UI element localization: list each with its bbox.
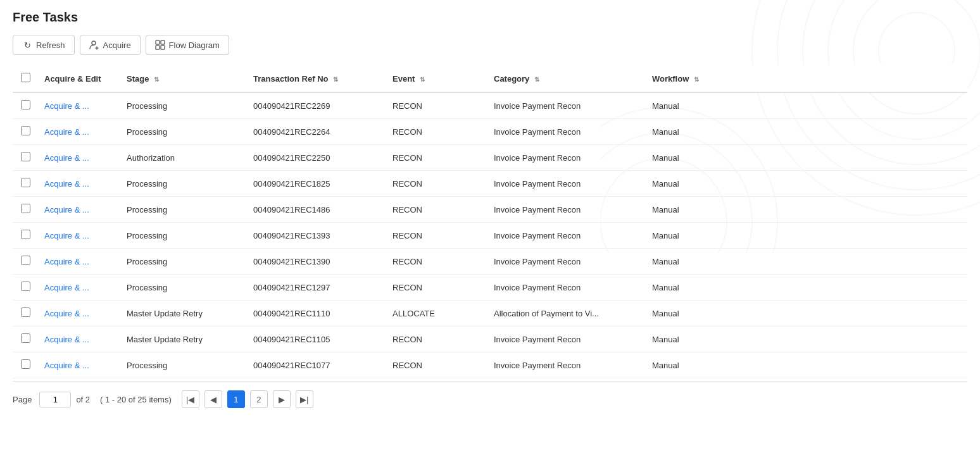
col-header-acquire: Acquire & Edit: [38, 65, 120, 92]
row-checkbox[interactable]: [21, 359, 30, 369]
row-workflow-cell: Manual: [646, 275, 967, 301]
acquire-edit-link[interactable]: Acquire & ...: [44, 205, 89, 214]
row-txref-cell: 004090421REC1393: [247, 223, 386, 249]
acquire-icon: [89, 40, 99, 50]
page-number-2[interactable]: 2: [250, 390, 268, 408]
page-input[interactable]: [39, 392, 71, 407]
row-checkbox[interactable]: [21, 282, 30, 291]
row-workflow-cell: Manual: [646, 171, 967, 197]
first-page-button[interactable]: |◀: [182, 390, 199, 408]
row-checkbox[interactable]: [21, 256, 30, 265]
acquire-edit-link[interactable]: Acquire & ...: [44, 179, 89, 189]
svg-rect-10: [156, 40, 160, 44]
next-page-icon: ▶: [279, 395, 285, 404]
row-category-cell: Invoice Payment Recon: [487, 326, 646, 352]
svg-rect-13: [161, 46, 165, 49]
table-body: Acquire & ... Processing 004090421REC226…: [13, 92, 967, 378]
row-event-cell: RECON: [386, 197, 487, 223]
table-row: Acquire & ... Processing 004090421REC226…: [13, 119, 967, 145]
acquire-edit-link[interactable]: Acquire & ...: [44, 231, 89, 240]
row-category-cell: Invoice Payment Recon: [487, 119, 646, 145]
page-number-1[interactable]: 1: [227, 390, 245, 408]
row-workflow-cell: Manual: [646, 301, 967, 326]
row-txref-cell: 004090421REC1390: [247, 249, 386, 275]
acquire-button[interactable]: Acquire: [80, 35, 141, 55]
row-event-cell: RECON: [386, 352, 487, 378]
row-checkbox[interactable]: [21, 152, 30, 161]
row-stage-cell: Processing: [120, 92, 247, 119]
next-page-button[interactable]: ▶: [273, 390, 291, 408]
row-stage-cell: Processing: [120, 275, 247, 301]
row-stage-cell: Master Update Retry: [120, 326, 247, 352]
acquire-edit-link[interactable]: Acquire & ...: [44, 127, 89, 137]
col-header-category[interactable]: Category ⇅: [487, 65, 646, 92]
row-acquire-cell: Acquire & ...: [38, 249, 120, 275]
page-title: Free Tasks: [13, 10, 967, 25]
acquire-edit-link[interactable]: Acquire & ...: [44, 361, 89, 370]
row-event-cell: RECON: [386, 92, 487, 119]
acquire-edit-link[interactable]: Acquire & ...: [44, 283, 89, 292]
flow-diagram-button[interactable]: Flow Diagram: [146, 35, 229, 55]
row-category-cell: Invoice Payment Recon: [487, 171, 646, 197]
row-txref-cell: 004090421REC1105: [247, 326, 386, 352]
row-txref-cell: 004090421REC1077: [247, 352, 386, 378]
row-event-cell: RECON: [386, 119, 487, 145]
row-checkbox[interactable]: [21, 100, 30, 109]
acquire-edit-link[interactable]: Acquire & ...: [44, 257, 89, 266]
col-header-workflow[interactable]: Workflow ⇅: [646, 65, 967, 92]
row-checkbox[interactable]: [21, 333, 30, 343]
row-checkbox[interactable]: [21, 126, 30, 135]
prev-page-button[interactable]: ◀: [204, 390, 222, 408]
row-workflow-cell: Manual: [646, 223, 967, 249]
table-row: Acquire & ... Processing 004090421REC139…: [13, 249, 967, 275]
page-info: ( 1 - 20 of 25 items): [100, 395, 172, 404]
row-checkbox-cell: [13, 145, 38, 171]
tasks-table: Acquire & Edit Stage ⇅ Transaction Ref N…: [13, 65, 967, 378]
row-stage-cell: Processing: [120, 197, 247, 223]
row-acquire-cell: Acquire & ...: [38, 223, 120, 249]
row-event-cell: RECON: [386, 223, 487, 249]
row-txref-cell: 004090421REC2264: [247, 119, 386, 145]
main-content: Free Tasks ↻ Refresh Acquire: [0, 0, 980, 408]
acquire-edit-link[interactable]: Acquire & ...: [44, 335, 89, 344]
row-workflow-cell: Manual: [646, 119, 967, 145]
col-header-stage[interactable]: Stage ⇅: [120, 65, 247, 92]
row-checkbox-cell: [13, 171, 38, 197]
row-stage-cell: Processing: [120, 352, 247, 378]
table-row: Acquire & ... Master Update Retry 004090…: [13, 326, 967, 352]
row-event-cell: RECON: [386, 171, 487, 197]
col-header-txref[interactable]: Transaction Ref No ⇅: [247, 65, 386, 92]
row-stage-cell: Processing: [120, 249, 247, 275]
row-txref-cell: 004090421REC1825: [247, 171, 386, 197]
col-header-event[interactable]: Event ⇅: [386, 65, 487, 92]
acquire-edit-link[interactable]: Acquire & ...: [44, 101, 89, 111]
row-checkbox-cell: [13, 223, 38, 249]
last-page-icon: ▶|: [300, 395, 308, 404]
row-txref-cell: 004090421REC1110: [247, 301, 386, 326]
table-row: Acquire & ... Authorization 004090421REC…: [13, 145, 967, 171]
last-page-button[interactable]: ▶|: [296, 390, 313, 408]
row-checkbox[interactable]: [21, 178, 30, 187]
row-stage-cell: Processing: [120, 223, 247, 249]
acquire-edit-link[interactable]: Acquire & ...: [44, 153, 89, 163]
refresh-button[interactable]: ↻ Refresh: [13, 35, 75, 55]
row-checkbox[interactable]: [21, 307, 30, 317]
row-checkbox-cell: [13, 197, 38, 223]
row-checkbox[interactable]: [21, 230, 30, 239]
row-checkbox-cell: [13, 275, 38, 301]
row-checkbox-cell: [13, 326, 38, 352]
row-txref-cell: 004090421REC2250: [247, 145, 386, 171]
sort-event-icon: ⇅: [420, 76, 425, 83]
row-category-cell: Invoice Payment Recon: [487, 197, 646, 223]
row-txref-cell: 004090421REC2269: [247, 92, 386, 119]
row-acquire-cell: Acquire & ...: [38, 119, 120, 145]
sort-category-icon: ⇅: [534, 76, 539, 83]
row-event-cell: RECON: [386, 249, 487, 275]
row-checkbox[interactable]: [21, 204, 30, 213]
acquire-edit-link[interactable]: Acquire & ...: [44, 309, 89, 318]
row-stage-cell: Master Update Retry: [120, 301, 247, 326]
sort-stage-icon: ⇅: [154, 76, 159, 83]
row-category-cell: Invoice Payment Recon: [487, 275, 646, 301]
select-all-checkbox[interactable]: [21, 73, 30, 82]
row-acquire-cell: Acquire & ...: [38, 145, 120, 171]
